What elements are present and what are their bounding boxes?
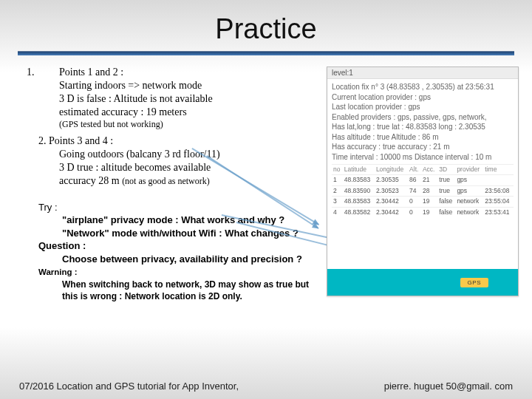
table-header: time [483,165,514,175]
point1-line3: estimated accuracy : 19 meters [38,106,319,119]
table-cell: 23:55:04 [483,197,514,207]
point1-note: (GPS tested but not working) [38,119,319,130]
point2-l3b: (not as good as network) [122,176,210,186]
phone-line: Location fix n° 3 (48.83583 , 2.30535) a… [332,82,514,92]
phone-header: level:1 [327,67,518,79]
phone-screenshot: level:1 Location fix n° 3 (48.83583 , 2.… [327,66,519,296]
try-block: Try : "airplane" privacy mode : What wor… [38,201,319,303]
table-row: 448.835822.30442019falsenetwork23:53:41 [332,207,514,217]
warning-line1: When switching back to network, 3D may s… [38,279,319,290]
table-row: 348.835832.30442019falsenetwork23:55:04 [332,197,514,207]
footer-right: pierre. huguet 50@gmail. com [384,381,513,392]
phone-line: Last location provider : gps [332,102,514,112]
point2-block: 2. Points 3 and 4 : Going outdoors (balc… [38,134,319,188]
table-cell: false [437,197,455,207]
table-cell: 2.30442 [375,197,408,207]
table-cell: true [437,175,455,185]
table-cell: 48.83590 [343,185,375,196]
point1-line2: 3 D is false : Altitude is not available [38,92,319,106]
table-header: Latitude [343,165,375,175]
table-cell: 23:53:41 [483,207,514,217]
warning-head: Warning : [38,267,319,279]
table-row: 248.835902.305237428truegps23:56:08 [332,185,514,196]
table-cell: 48.83583 [343,175,375,185]
table-cell: 2 [332,185,343,196]
try-line1: "airplane" privacy mode : What works and… [38,214,319,227]
point2-heading: 2. Points 3 and 4 : [38,134,319,148]
table-header: Acc. [421,165,437,175]
table-cell: 2.30523 [375,185,408,196]
point2-line2: 3 D true : altitude becomes available [38,161,319,174]
phone-line: Current location provider : gps [332,92,514,103]
left-column: 1. Points 1 and 2 : Starting indoors => … [38,66,319,302]
phone-bottom-strip: GPS [327,269,518,296]
table-header: provider [455,165,483,175]
phone-line: Enabled providers : gps, passive, gps, n… [332,112,514,123]
phone-body: Location fix n° 3 (48.83583 , 2.30535) a… [327,79,518,219]
warning-line2: this is wrong : Network location is 2D o… [38,290,319,302]
point2-line1: Going outdoors (balcany 3 rd floor/11) [38,148,319,161]
table-cell: 21 [421,175,437,185]
table-header: Longitude [375,165,408,175]
table-cell: gps [455,185,483,196]
point2-l3a: accuracy 28 m [59,175,122,186]
table-header: 3D [437,165,455,175]
table-row: 148.835832.305358621truegps [332,175,514,185]
table-header: no [332,165,343,175]
phone-data-table: noLatitudeLongitudeAlt.Acc.3Dprovidertim… [332,164,514,217]
table-cell: gps [455,175,483,185]
point1-number: 1. [27,66,35,79]
table-cell: 0 [408,207,421,217]
table-cell: false [437,207,455,217]
table-cell: network [455,197,483,207]
table-cell [483,175,514,185]
slide-footer: 07/2016 Location and GPS tutorial for Ap… [0,381,532,392]
phone-line: Has altitude : true Altitude : 86 m [332,132,514,143]
gps-chip: GPS [460,278,488,287]
slide-title: Practice [0,0,532,51]
point1-heading: Points 1 and 2 : [38,66,319,79]
table-cell: 1 [332,175,343,185]
table-cell: 2.30442 [375,207,408,217]
table-cell: 48.83582 [343,207,375,217]
table-header: Alt. [408,165,421,175]
point1-block: 1. Points 1 and 2 : Starting indoors => … [38,66,319,130]
table-cell: network [455,207,483,217]
table-cell: 19 [421,197,437,207]
table-cell: 2.30535 [375,175,408,185]
phone-line: Has lat,long : true lat : 48.83583 long … [332,122,514,132]
point1-line1: Starting indoors => network mode [38,79,319,92]
footer-left: 07/2016 Location and GPS tutorial for Ap… [19,381,239,392]
table-cell: 4 [332,207,343,217]
point2-line3: accuracy 28 m (not as good as network) [38,174,319,188]
phone-line: Has accuracy : true accuracy : 21 m [332,142,514,152]
table-cell: 19 [421,207,437,217]
try-head: Try : [38,201,319,214]
table-cell: 48.83583 [343,197,375,207]
table-cell: 0 [408,197,421,207]
table-cell: 28 [421,185,437,196]
table-cell: 23:56:08 [483,185,514,196]
phone-line: Time interval : 10000 ms Distance interv… [332,152,514,163]
table-cell: 74 [408,185,421,196]
table-cell: 86 [408,175,421,185]
table-cell: true [437,185,455,196]
table-cell: 3 [332,197,343,207]
question-line: Choose between privacy, availability and… [38,253,319,266]
question-head: Question : [38,239,319,253]
